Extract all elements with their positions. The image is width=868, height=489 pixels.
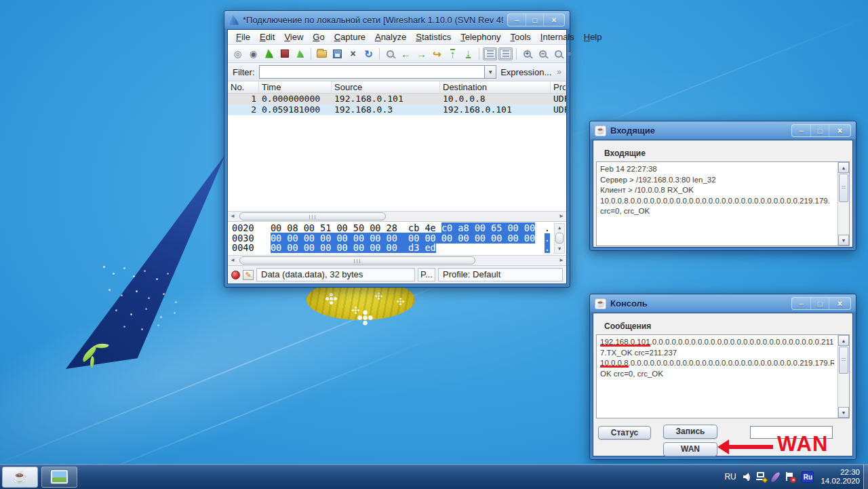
- wan-button[interactable]: WAN: [663, 442, 717, 456]
- expression-button[interactable]: Expression...: [500, 67, 551, 77]
- menu-help[interactable]: Help: [579, 31, 607, 43]
- toolbar-overflow-icon[interactable]: »: [567, 49, 572, 58]
- go-back-icon[interactable]: ←: [399, 46, 413, 61]
- go-bottom-icon[interactable]: ↓: [461, 46, 475, 61]
- network-icon[interactable]: [755, 472, 766, 482]
- zoom-in-icon[interactable]: +: [520, 46, 534, 61]
- minimize-button[interactable]: –: [508, 14, 526, 26]
- colorize-toggle-icon[interactable]: [483, 47, 497, 60]
- scroll-up-icon[interactable]: ▲: [555, 224, 564, 232]
- menu-telephony[interactable]: Telephony: [456, 31, 505, 43]
- minimize-button[interactable]: –: [792, 298, 810, 309]
- incoming-text-area[interactable]: Feb 14 22:27:38 Сервер > /192.168.0.3:80…: [596, 161, 850, 246]
- expert-info-icon[interactable]: [231, 271, 240, 279]
- start-capture-icon[interactable]: [262, 46, 276, 61]
- save-file-icon[interactable]: [330, 46, 344, 61]
- scrollbar-thumb[interactable]: [555, 233, 564, 243]
- scroll-up-icon[interactable]: ▲: [838, 162, 849, 173]
- scrollbar-thumb[interactable]: [239, 256, 475, 265]
- incoming-body: Входящие Feb 14 22:27:38 Сервер > /192.1…: [593, 140, 853, 248]
- open-file-icon[interactable]: [315, 46, 329, 61]
- close-capture-icon[interactable]: ×: [346, 46, 360, 61]
- scrollbar-thumb[interactable]: [839, 174, 848, 202]
- wireshark-titlebar[interactable]: *Подключение по локальной сети [Wireshar…: [227, 11, 567, 29]
- show-desktop-button[interactable]: [863, 465, 868, 489]
- console-vscrollbar[interactable]: ▲ ▼: [837, 335, 849, 418]
- capture-comment-icon[interactable]: ✎: [243, 270, 254, 280]
- capture-options-icon[interactable]: ◉: [246, 46, 260, 61]
- action-center-flag-icon[interactable]: ×: [785, 472, 795, 482]
- packet-row[interactable]: 1 0.000000000 192.168.0.101 10.0.0.8 UDP: [228, 94, 566, 104]
- column-source[interactable]: Source: [332, 81, 440, 93]
- minimize-button[interactable]: –: [792, 125, 810, 136]
- restart-capture-icon[interactable]: [293, 46, 307, 61]
- maximize-button[interactable]: □: [810, 298, 829, 309]
- scrollbar-thumb[interactable]: [839, 347, 848, 374]
- close-button[interactable]: ×: [829, 298, 850, 309]
- hex-vscrollbar[interactable]: ▲ ▼: [554, 223, 565, 254]
- punto-switcher-icon[interactable]: Ru: [802, 471, 814, 483]
- hex-dump-pane[interactable]: 0020 00 08 00 51 00 50 00 28 cb 4e c0 a8…: [228, 221, 566, 255]
- column-no[interactable]: No.: [228, 81, 259, 93]
- record-button[interactable]: Запись: [663, 425, 717, 439]
- column-time[interactable]: Time: [259, 81, 332, 93]
- java-taskbar-button[interactable]: ☕: [2, 467, 38, 488]
- status-button[interactable]: Статус: [598, 426, 651, 439]
- stop-capture-icon[interactable]: [277, 46, 292, 61]
- wireshark-tray-icon[interactable]: [771, 471, 781, 483]
- tray-clock[interactable]: 22:30 14.02.2020: [821, 468, 860, 486]
- scroll-left-icon[interactable]: ◄: [228, 212, 237, 221]
- filter-input[interactable]: [259, 65, 485, 79]
- incoming-titlebar[interactable]: ☕ Входящие – □ ×: [593, 121, 853, 140]
- console-text-area[interactable]: 192.168.0.101.0.0.0.0.0.0.0.0.0.0.0.0.0.…: [596, 334, 850, 418]
- scroll-left-icon[interactable]: ◄: [228, 256, 237, 265]
- go-to-packet-icon[interactable]: ↪: [430, 46, 444, 61]
- menu-internals[interactable]: Internals: [536, 31, 579, 43]
- reload-icon[interactable]: ↻: [361, 46, 376, 61]
- volume-icon[interactable]: )): [743, 473, 749, 481]
- autoscroll-toggle-icon[interactable]: [498, 47, 513, 60]
- photo-viewer-taskbar-button[interactable]: [41, 467, 77, 488]
- column-protocol[interactable]: Prot: [551, 81, 566, 93]
- scroll-up-icon[interactable]: ▲: [838, 335, 849, 346]
- interfaces-icon[interactable]: ◎: [231, 46, 245, 61]
- go-forward-icon[interactable]: →: [414, 46, 429, 61]
- menu-analyze[interactable]: Analyze: [370, 31, 411, 43]
- packet-list[interactable]: No. Time Source Destination Prot 1 0.000…: [228, 81, 566, 211]
- column-destination[interactable]: Destination: [440, 81, 551, 93]
- hex-row: 0030 00 00 00 00 00 00 00 00 00 00 00 00…: [232, 233, 539, 243]
- menu-view[interactable]: View: [279, 31, 308, 43]
- menu-go[interactable]: Go: [308, 31, 329, 43]
- scroll-right-icon[interactable]: ►: [557, 256, 566, 265]
- log-line: 10.0.0.8.0.0.0.0.0.0.0.0.0.0.0.0.0.0.0.0…: [600, 358, 834, 369]
- close-button[interactable]: ×: [829, 125, 850, 136]
- console-titlebar[interactable]: ☕ Консоль – □ ×: [593, 294, 853, 313]
- find-packet-icon[interactable]: [383, 46, 397, 61]
- close-button[interactable]: ×: [543, 14, 564, 26]
- hex-hscrollbar[interactable]: ◄ ►: [228, 255, 566, 265]
- scrollbar-thumb[interactable]: [239, 212, 386, 220]
- packet-list-hscrollbar[interactable]: ◄ ►: [228, 211, 566, 221]
- scroll-down-icon[interactable]: ▼: [555, 245, 564, 253]
- scroll-down-icon[interactable]: ▼: [838, 235, 849, 246]
- menu-edit[interactable]: Edit: [255, 31, 279, 43]
- maximize-button[interactable]: □: [810, 125, 829, 136]
- scroll-right-icon[interactable]: ►: [557, 212, 566, 221]
- packet-row[interactable]: 2 0.059181000 192.168.0.3 192.168.0.101 …: [228, 104, 566, 115]
- maximize-button[interactable]: □: [526, 14, 543, 26]
- status-field-profile[interactable]: Profile: Default: [438, 268, 563, 281]
- language-indicator[interactable]: RU: [724, 472, 736, 482]
- menu-statistics[interactable]: Statistics: [411, 31, 456, 43]
- menu-tools[interactable]: Tools: [506, 31, 536, 43]
- console-input[interactable]: [750, 426, 833, 439]
- console-body: Сообщения 192.168.0.101.0.0.0.0.0.0.0.0.…: [593, 313, 853, 456]
- filter-dropdown-button[interactable]: ▼: [484, 65, 496, 79]
- menu-capture[interactable]: Capture: [330, 31, 370, 43]
- zoom-out-icon[interactable]: −: [536, 46, 550, 61]
- filter-overflow-icon[interactable]: »: [557, 67, 561, 77]
- incoming-vscrollbar[interactable]: ▲ ▼: [837, 162, 849, 246]
- menu-file[interactable]: File: [231, 31, 255, 43]
- go-top-icon[interactable]: ↑: [446, 46, 460, 61]
- scroll-down-icon[interactable]: ▼: [838, 407, 849, 418]
- zoom-100-icon[interactable]: [551, 46, 566, 61]
